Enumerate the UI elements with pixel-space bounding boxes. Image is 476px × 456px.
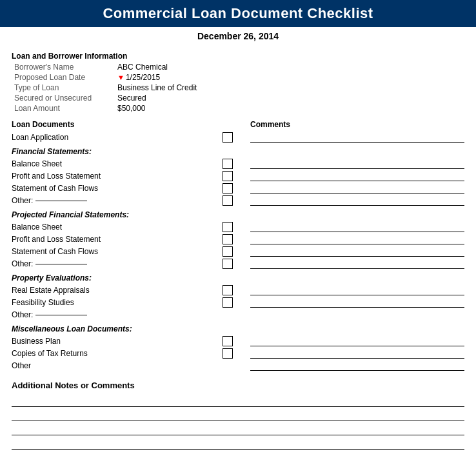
borrower-field-row: Borrower's NameABC Chemical	[12, 62, 464, 72]
checkbox[interactable]	[223, 285, 233, 295]
comment-line[interactable]	[250, 195, 464, 206]
list-item: Feasibility Studies	[12, 297, 464, 308]
list-item: Miscellaneous Loan Documents:	[12, 323, 464, 335]
notes-line[interactable]	[12, 395, 464, 407]
comment-line[interactable]	[250, 171, 464, 181]
comment-line[interactable]	[250, 336, 464, 346]
checklist-item-label: Loan Application	[12, 133, 212, 142]
field-value: $50,000	[115, 103, 464, 114]
other-label: Other:	[12, 259, 212, 268]
checklist-section: Loan Documents Comments Loan Application…	[12, 120, 464, 372]
notes-line[interactable]	[12, 424, 464, 435]
section-header-label: Property Evaluations:	[12, 273, 212, 283]
list-item: Financial Statements:	[12, 146, 464, 157]
checkbox[interactable]	[223, 159, 233, 169]
notes-line[interactable]	[12, 410, 464, 421]
list-item: Profit and Loss Statement	[12, 233, 464, 245]
comment-line[interactable]	[250, 159, 464, 169]
checkbox[interactable]	[223, 132, 233, 143]
checklist-col-label: Loan Documents	[12, 120, 212, 129]
borrower-info-table: Borrower's NameABC ChemicalProposed Loan…	[12, 62, 464, 114]
field-label: Type of Loan	[12, 83, 115, 93]
checklist-item-label: Statement of Cash Flows	[12, 247, 212, 256]
checklist-item-label: Profit and Loss Statement	[12, 172, 212, 181]
field-value: Business Line of Credit	[115, 83, 464, 93]
comment-line[interactable]	[250, 361, 464, 371]
borrower-section-title: Loan and Borrower Information	[12, 52, 464, 61]
other-underline[interactable]	[35, 201, 87, 201]
checkbox[interactable]	[223, 336, 233, 346]
comment-line[interactable]	[250, 132, 464, 143]
checklist-item-label: Profit and Loss Statement	[12, 235, 212, 244]
list-item: Balance Sheet	[12, 221, 464, 233]
page: Commercial Loan Document Checklist Decem…	[0, 0, 476, 456]
borrower-field-row: Proposed Loan Date▼1/25/2015	[12, 72, 464, 83]
list-item: Business Plan	[12, 335, 464, 347]
other-underline[interactable]	[35, 315, 87, 315]
list-item: Loan Application	[12, 132, 464, 143]
list-item: Other	[12, 360, 464, 372]
checkbox[interactable]	[223, 246, 233, 257]
field-value: ABC Chemical	[115, 62, 464, 72]
list-item: Other:	[12, 258, 464, 270]
checklist-header: Loan Documents Comments	[12, 120, 464, 129]
list-item: Statement of Cash Flows	[12, 246, 464, 257]
list-item: Property Evaluations:	[12, 272, 464, 284]
checkbox[interactable]	[223, 183, 233, 193]
field-label: Borrower's Name	[12, 62, 115, 72]
other-underline[interactable]	[35, 264, 87, 264]
list-item: Other:	[12, 195, 464, 206]
checklist-item-label: Feasibility Studies	[12, 298, 212, 307]
borrower-field-row: Type of LoanBusiness Line of Credit	[12, 83, 464, 93]
section-header-label: Financial Statements:	[12, 147, 212, 156]
borrower-field-row: Secured or UnsecuredSecured	[12, 93, 464, 103]
comment-line[interactable]	[250, 183, 464, 193]
checklist-item-label: Real Estate Appraisals	[12, 286, 212, 295]
notes-lines	[12, 395, 464, 450]
checklist-item-label: Business Plan	[12, 337, 212, 346]
comment-line[interactable]	[250, 246, 464, 257]
comment-line[interactable]	[250, 234, 464, 244]
checklist-item-label: Balance Sheet	[12, 223, 212, 232]
checkbox[interactable]	[223, 297, 233, 308]
comment-line[interactable]	[250, 348, 464, 359]
checkbox[interactable]	[223, 195, 233, 206]
checklist-item-label: Other	[12, 361, 212, 370]
checklist-rows: Loan ApplicationFinancial Statements:Bal…	[12, 132, 464, 372]
checklist-col-comments: Comments	[244, 120, 464, 129]
other-label: Other:	[12, 310, 212, 319]
field-label: Secured or Unsecured	[12, 93, 115, 103]
checkbox[interactable]	[223, 259, 233, 269]
checklist-item-label: Balance Sheet	[12, 159, 212, 168]
additional-notes-title: Additional Notes or Comments	[12, 381, 464, 390]
checkbox[interactable]	[223, 234, 233, 244]
list-item: Balance Sheet	[12, 158, 464, 170]
other-label: Other:	[12, 196, 212, 205]
content-area: Loan and Borrower Information Borrower's…	[0, 44, 476, 456]
checkbox[interactable]	[223, 171, 233, 181]
list-item: Real Estate Appraisals	[12, 284, 464, 296]
list-item: Projected Financial Statements:	[12, 209, 464, 221]
checklist-item-label: Statement of Cash Flows	[12, 184, 212, 193]
field-value: Secured	[115, 93, 464, 103]
section-header-label: Projected Financial Statements:	[12, 210, 212, 219]
additional-notes-section: Additional Notes or Comments	[12, 381, 464, 450]
section-header-label: Miscellaneous Loan Documents:	[12, 324, 212, 333]
borrower-field-row: Loan Amount$50,000	[12, 103, 464, 114]
checklist-item-label: Copies of Tax Returns	[12, 349, 212, 358]
document-date: December 26, 2014	[0, 27, 476, 44]
list-item: Statement of Cash Flows	[12, 183, 464, 194]
checkbox[interactable]	[223, 222, 233, 232]
list-item: Profit and Loss Statement	[12, 170, 464, 182]
list-item: Copies of Tax Returns	[12, 348, 464, 359]
document-title: Commercial Loan Document Checklist	[0, 0, 476, 27]
comment-line[interactable]	[250, 259, 464, 269]
notes-line[interactable]	[12, 438, 464, 450]
comment-line[interactable]	[250, 297, 464, 308]
field-label: Proposed Loan Date	[12, 72, 115, 83]
field-value: ▼1/25/2015	[115, 72, 464, 83]
field-label: Loan Amount	[12, 103, 115, 114]
comment-line[interactable]	[250, 285, 464, 295]
checkbox[interactable]	[223, 348, 233, 359]
comment-line[interactable]	[250, 222, 464, 232]
